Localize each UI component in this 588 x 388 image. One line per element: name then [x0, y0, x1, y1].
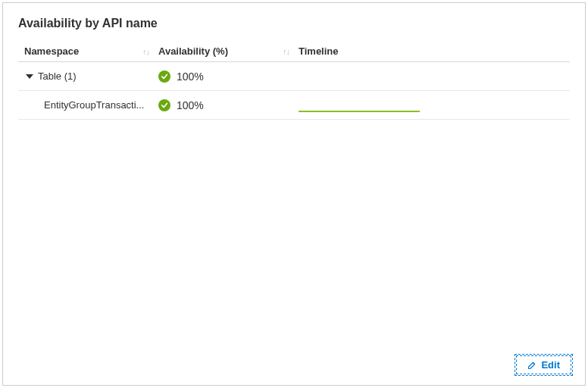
namespace-cell: Table (1): [18, 70, 158, 82]
namespace-text: EntityGroupTransacti...: [44, 99, 144, 111]
sort-icon: ↑↓: [142, 47, 149, 56]
check-circle-icon: [158, 99, 170, 111]
table-row[interactable]: EntityGroupTransacti... 100%: [18, 91, 570, 120]
availability-value: 100%: [177, 99, 204, 111]
column-header-availability[interactable]: Availability (%) ↑↓: [158, 45, 299, 57]
namespace-text: Table (1): [38, 70, 77, 82]
column-header-timeline[interactable]: Timeline: [299, 45, 570, 57]
timeline-cell: [299, 99, 570, 112]
chevron-down-icon[interactable]: [26, 74, 33, 79]
table-header-row: Namespace ↑↓ Availability (%) ↑↓ Timelin…: [18, 41, 570, 62]
check-circle-icon: [158, 70, 170, 83]
panel-title: Availability by API name: [18, 17, 570, 30]
availability-cell: 100%: [158, 99, 299, 111]
table-row[interactable]: Table (1) 100%: [18, 62, 570, 91]
edit-button-label: Edit: [541, 359, 560, 371]
sparkline-chart: [299, 111, 420, 112]
column-header-namespace[interactable]: Namespace ↑↓: [18, 45, 158, 57]
availability-value: 100%: [177, 70, 204, 83]
availability-cell: 100%: [158, 70, 299, 83]
column-label: Availability (%): [158, 45, 228, 57]
namespace-cell: EntityGroupTransacti...: [18, 99, 158, 111]
availability-table: Namespace ↑↓ Availability (%) ↑↓ Timelin…: [18, 41, 570, 120]
column-label: Namespace: [24, 45, 79, 57]
column-label: Timeline: [299, 45, 339, 57]
availability-panel: Availability by API name Namespace ↑↓ Av…: [2, 2, 586, 386]
edit-button[interactable]: Edit: [516, 355, 571, 374]
pencil-icon: [527, 361, 536, 370]
sort-icon: ↑↓: [283, 47, 289, 56]
